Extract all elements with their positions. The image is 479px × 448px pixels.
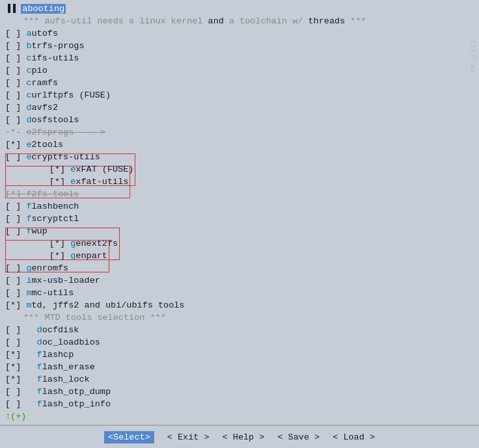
select-button[interactable]: <Select>: [104, 431, 154, 443]
list-item: [ ] autofs: [5, 27, 474, 40]
content-area: ZM_0311 ▐▐ abooting *** aufs-util needs …: [0, 0, 479, 425]
list-item: -*- e2fsprogs --->: [5, 126, 474, 138]
comment-text: *** aufs-util needs a linux kernel and a…: [23, 16, 366, 26]
list-item: [*] flash_erase: [5, 361, 474, 373]
select-label[interactable]: <Select>: [104, 431, 154, 443]
list-item: [*] mtd, jffs2 and ubi/ubifs tools: [5, 299, 474, 311]
list-item-exfat-fuse[interactable]: [*] exFAT (FUSE): [5, 163, 474, 176]
list-item: [ ] flashbench: [5, 200, 474, 213]
list-item: [ ] dosfstools: [5, 114, 474, 126]
main-container: ZM_0311 ▐▐ abooting *** aufs-util needs …: [0, 0, 479, 448]
list-item: [*] flash_lock: [5, 373, 474, 386]
list-item: [ ] docfdisk: [5, 324, 474, 336]
save-button[interactable]: < Save >: [277, 432, 320, 442]
exit-label[interactable]: < Exit >: [167, 432, 210, 442]
save-label[interactable]: < Save >: [277, 432, 320, 442]
list-item: [ ] davfs2: [5, 101, 474, 114]
list-item: [ ] cpio: [5, 64, 474, 77]
help-button[interactable]: < Help >: [223, 432, 265, 442]
bottom-bar: <Select> < Exit > < Help > < Save > < Lo…: [0, 425, 479, 448]
list-item: [ ] curlftpfs (FUSE): [5, 89, 474, 101]
help-label[interactable]: < Help >: [223, 432, 265, 442]
list-item: ▐▐ abooting: [5, 3, 474, 15]
list-item: *** MTD tools selection ***: [5, 311, 474, 324]
list-item: ↑(+): [5, 410, 474, 423]
list-item: [ ] fscryptctl: [5, 213, 474, 225]
list-item: [ ] imx-usb-loader: [5, 274, 474, 287]
list-item: [ ] flash_otp_dump: [5, 386, 474, 398]
load-label[interactable]: < Load >: [333, 432, 375, 442]
list-item: [ ] cramfs: [5, 77, 474, 89]
list-item: [ ] cifs-utils: [5, 52, 474, 64]
bracket-icon: ▐▐: [5, 4, 21, 14]
list-item: [*] f2fs-tools: [5, 188, 474, 200]
watermark: ZM_0311: [470, 39, 478, 73]
list-item: [*] flashcp: [5, 349, 474, 361]
list-item: [ ] btrfs-progs: [5, 40, 474, 52]
list-item: [*] e2tools: [5, 138, 474, 151]
list-item: [ ] doc_loadbios: [5, 336, 474, 349]
item-selected[interactable]: abooting: [21, 4, 66, 14]
list-item-genpart[interactable]: [*] genpart: [5, 250, 474, 262]
list-item: [ ] flash_otp_info: [5, 398, 474, 410]
list-item: *** aufs-util needs a linux kernel and a…: [5, 15, 474, 27]
list-item: [ ] mmc-utils: [5, 287, 474, 299]
load-button[interactable]: < Load >: [333, 432, 375, 442]
exit-button[interactable]: < Exit >: [167, 432, 210, 442]
